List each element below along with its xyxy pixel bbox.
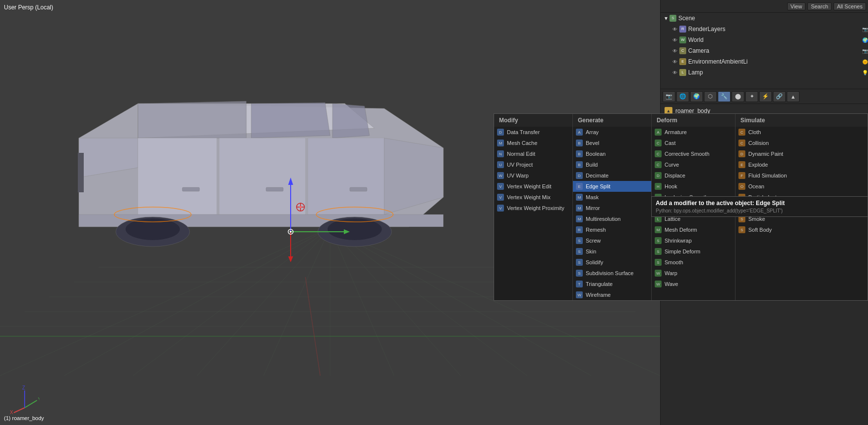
props-modifier-btn[interactable]: 🔧	[718, 91, 731, 102]
multiresolution-icon: M	[576, 215, 583, 222]
armature-icon: A	[655, 129, 662, 136]
item-explode[interactable]: E Explode	[735, 159, 819, 170]
props-physics-btn[interactable]: ⚡	[759, 91, 772, 102]
soft-body-icon: S	[738, 226, 745, 233]
svg-line-51	[25, 400, 37, 408]
viewport-label: User Persp (Local)	[4, 4, 53, 11]
svg-marker-22	[333, 104, 369, 138]
item-wireframe[interactable]: W Wireframe	[573, 289, 651, 300]
item-edge-split[interactable]: E Edge Split	[573, 181, 651, 192]
remesh-icon: R	[576, 226, 583, 233]
bevel-icon: B	[576, 140, 583, 146]
scene-root-item[interactable]: ▾ S Scene	[661, 13, 868, 24]
wave-icon: W	[655, 281, 662, 287]
scene-item-camera[interactable]: 👁 C Camera 📷	[661, 45, 868, 56]
search-button[interactable]: Search	[807, 2, 832, 10]
item-wave[interactable]: W Wave	[652, 279, 735, 289]
scene-item-lamp[interactable]: 👁 L Lamp 💡	[661, 67, 868, 78]
props-scene-btn[interactable]: 🌐	[676, 91, 689, 102]
wireframe-icon: W	[576, 291, 583, 298]
item-solidify[interactable]: S Solidify	[573, 257, 651, 268]
vertex-weight-proximity-icon: V	[497, 205, 504, 212]
item-smooth[interactable]: S Smooth	[652, 257, 735, 268]
ocean-icon: O	[738, 183, 745, 190]
scene-item-renderlayers[interactable]: 👁 R RenderLayers 📷	[661, 24, 868, 35]
item-soft-body[interactable]: S Soft Body	[735, 224, 819, 235]
item-curve[interactable]: C Curve	[652, 159, 735, 170]
props-toolbar: 📷 🌐 🌍 ⬡ 🔧 ⬤ ✦ ⚡ 🔗 ▲	[661, 89, 868, 104]
data-transfer-icon: D	[497, 129, 504, 136]
collision-icon: C	[738, 140, 745, 146]
all-scenes-button[interactable]: All Scenes	[834, 2, 866, 10]
item-mesh-deform[interactable]: M Mesh Deform	[652, 224, 735, 235]
tooltip-python: Python: bpy.ops.object.modifier_add(type…	[656, 208, 864, 213]
item-collision[interactable]: C Collision	[735, 138, 819, 148]
item-uv-project[interactable]: U UV Project	[494, 159, 572, 170]
cloth-icon: C	[738, 129, 745, 136]
svg-text:X: X	[10, 410, 13, 415]
decimate-icon: D	[576, 172, 583, 179]
svg-rect-24	[138, 138, 217, 214]
props-constraints-btn[interactable]: 🔗	[773, 91, 786, 102]
build-icon: B	[576, 161, 583, 168]
item-warp[interactable]: W Warp	[652, 268, 735, 279]
item-cast[interactable]: C Cast	[652, 138, 735, 148]
props-render-btn[interactable]: 📷	[663, 91, 675, 102]
item-vertex-weight-edit[interactable]: V Vertex Weight Edit	[494, 181, 572, 192]
props-data-btn[interactable]: ▲	[787, 91, 800, 102]
scene-item-env[interactable]: 👁 E EnvironmentAmbientLi 🌞	[661, 56, 868, 67]
item-hook[interactable]: H Hook	[652, 181, 735, 192]
curve-icon: C	[655, 161, 662, 168]
svg-rect-36	[78, 153, 84, 192]
item-cloth[interactable]: C Cloth	[735, 127, 819, 138]
item-mask[interactable]: M Mask	[573, 192, 651, 203]
mirror-icon: M	[576, 205, 583, 212]
item-vertex-weight-proximity[interactable]: V Vertex Weight Proximity	[494, 203, 572, 213]
scene-item-world[interactable]: 👁 W World 🌍	[661, 35, 868, 45]
item-normal-edit[interactable]: N Normal Edit	[494, 148, 572, 159]
explode-icon: E	[738, 161, 745, 168]
item-fluid-simulation[interactable]: F Fluid Simulation	[735, 170, 819, 181]
props-particle-btn[interactable]: ✦	[745, 91, 758, 102]
item-armature[interactable]: A Armature	[652, 127, 735, 138]
item-dynamic-paint[interactable]: D Dynamic Paint	[735, 148, 819, 159]
view-button[interactable]: View	[787, 2, 806, 10]
svg-rect-35	[350, 187, 367, 191]
env-name: EnvironmentAmbientLi	[688, 58, 748, 65]
item-uv-warp[interactable]: W UV Warp	[494, 170, 572, 181]
item-mesh-cache[interactable]: M Mesh Cache	[494, 138, 572, 148]
props-world-btn[interactable]: 🌍	[690, 91, 703, 102]
item-array[interactable]: A Array	[573, 127, 651, 138]
triangulate-icon: T	[576, 281, 583, 287]
item-boolean[interactable]: B Boolean	[573, 148, 651, 159]
item-remesh[interactable]: R Remesh	[573, 224, 651, 235]
scene-items-container: 👁 R RenderLayers 📷 👁 W World 🌍 👁 C Camer…	[661, 24, 868, 78]
item-displace[interactable]: D Displace	[652, 170, 735, 181]
item-vertex-weight-mix[interactable]: V Vertex Weight Mix	[494, 192, 572, 203]
item-build[interactable]: B Build	[573, 159, 651, 170]
item-data-transfer[interactable]: D Data Transfer	[494, 127, 572, 138]
scene-expand-icon: ▾	[665, 15, 668, 22]
warp-icon: W	[655, 270, 662, 277]
item-shrinkwrap[interactable]: S Shrinkwrap	[652, 235, 735, 246]
props-object-btn[interactable]: ⬡	[704, 91, 717, 102]
item-mirror[interactable]: M Mirror	[573, 203, 651, 213]
props-material-btn[interactable]: ⬤	[732, 91, 744, 102]
svg-rect-33	[182, 187, 200, 191]
skin-icon: S	[576, 248, 583, 255]
scene-name: Scene	[678, 15, 695, 22]
item-decimate[interactable]: D Decimate	[573, 170, 651, 181]
subdivision-surface-icon: S	[576, 270, 583, 277]
item-bevel[interactable]: B Bevel	[573, 138, 651, 148]
camera-name: Camera	[688, 47, 709, 54]
item-simple-deform[interactable]: S Simple Deform	[652, 246, 735, 257]
item-corrective-smooth[interactable]: C Corrective Smooth	[652, 148, 735, 159]
svg-rect-25	[219, 138, 305, 214]
item-subdivision-surface[interactable]: S Subdivision Surface	[573, 268, 651, 279]
item-ocean[interactable]: O Ocean	[735, 181, 819, 192]
item-screw[interactable]: S Screw	[573, 235, 651, 246]
screw-icon: S	[576, 237, 583, 244]
item-multiresolution[interactable]: M Multiresolution	[573, 213, 651, 224]
item-skin[interactable]: S Skin	[573, 246, 651, 257]
item-triangulate[interactable]: T Triangulate	[573, 279, 651, 289]
